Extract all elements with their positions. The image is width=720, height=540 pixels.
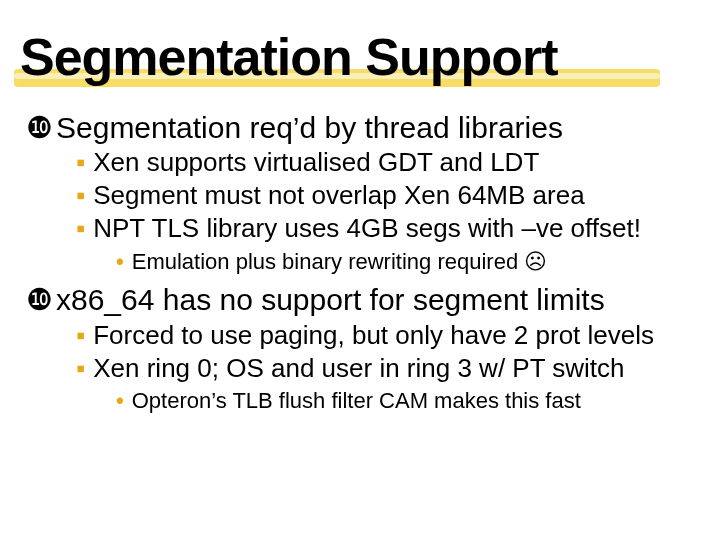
- square-bullet-icon: ▪: [76, 149, 85, 175]
- bullet-level3: • Emulation plus binary rewriting requir…: [116, 249, 700, 275]
- bullet-level2: ▪ Xen supports virtualised GDT and LDT: [76, 147, 700, 178]
- square-bullet-icon: ▪: [76, 355, 85, 381]
- bullet-text: Opteron’s TLB flush filter CAM makes thi…: [132, 388, 581, 414]
- bullet-level2: ▪ NPT TLS library uses 4GB segs with –ve…: [76, 213, 700, 244]
- bullet-text: Segmentation req’d by thread libraries: [56, 111, 563, 146]
- bullet-text: Emulation plus binary rewriting required…: [132, 249, 548, 275]
- bullet-text: Xen supports virtualised GDT and LDT: [93, 147, 539, 178]
- title-area: Segmentation Support: [20, 30, 700, 85]
- dot-bullet-icon: •: [116, 390, 124, 412]
- bullet-text: NPT TLS library uses 4GB segs with –ve o…: [93, 213, 641, 244]
- square-bullet-icon: ▪: [76, 215, 85, 241]
- dot-bullet-icon: •: [116, 251, 124, 273]
- clock-bullet-icon: ❿: [26, 285, 53, 315]
- slide-title: Segmentation Support: [20, 30, 700, 85]
- clock-bullet-icon: ❿: [26, 113, 53, 143]
- bullet-level3: • Opteron’s TLB flush filter CAM makes t…: [116, 388, 700, 414]
- square-bullet-icon: ▪: [76, 182, 85, 208]
- bullet-level2: ▪ Segment must not overlap Xen 64MB area: [76, 180, 700, 211]
- bullet-level2: ▪ Xen ring 0; OS and user in ring 3 w/ P…: [76, 353, 700, 384]
- bullet-level1: ❿ x86_64 has no support for segment limi…: [26, 283, 700, 318]
- bullet-text: Xen ring 0; OS and user in ring 3 w/ PT …: [93, 353, 624, 384]
- square-bullet-icon: ▪: [76, 322, 85, 348]
- bullet-text: Segment must not overlap Xen 64MB area: [93, 180, 584, 211]
- slide: Segmentation Support ❿ Segmentation req’…: [0, 0, 720, 540]
- bullet-level2: ▪ Forced to use paging, but only have 2 …: [76, 320, 700, 351]
- bullet-text: Forced to use paging, but only have 2 pr…: [93, 320, 654, 351]
- slide-body: ❿ Segmentation req’d by thread libraries…: [20, 111, 700, 415]
- bullet-level1: ❿ Segmentation req’d by thread libraries: [26, 111, 700, 146]
- bullet-text: x86_64 has no support for segment limits: [56, 283, 605, 318]
